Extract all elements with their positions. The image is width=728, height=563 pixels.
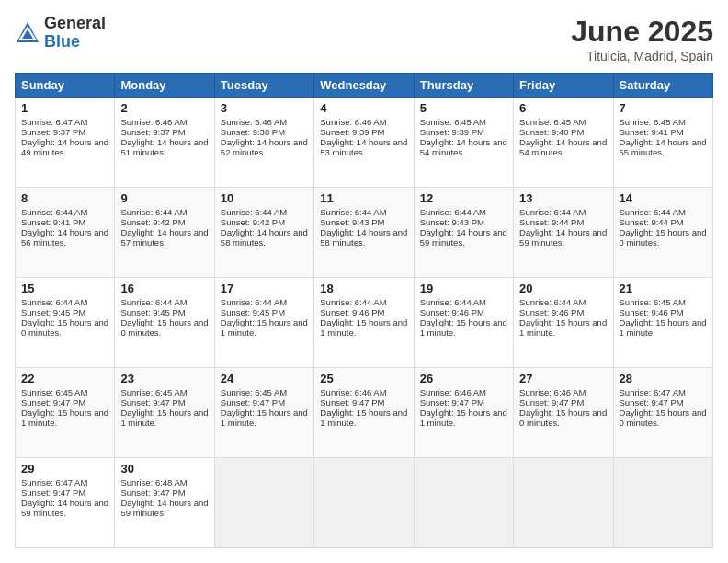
logo-general-text: General [44,15,106,33]
day-number: 12 [420,191,507,205]
logo-icon [15,20,40,46]
sunset-text: Sunset: 9:43 PM [320,217,407,227]
daylight-text: Daylight: 14 hours and 58 minutes. [320,227,407,247]
table-row: 29Sunrise: 6:47 AMSunset: 9:47 PMDayligh… [16,458,115,548]
daylight-text: Daylight: 14 hours and 56 minutes. [21,227,108,247]
table-row [414,458,513,548]
sunrise-text: Sunrise: 6:44 AM [21,207,108,217]
calendar-table: Sunday Monday Tuesday Wednesday Thursday… [15,73,713,548]
logo-text: General Blue [44,15,106,52]
day-number: 8 [21,191,108,205]
day-number: 22 [21,372,108,385]
daylight-text: Daylight: 15 hours and 1 minute. [519,317,607,338]
table-row: 30Sunrise: 6:48 AMSunset: 9:47 PMDayligh… [115,458,214,548]
sunrise-text: Sunrise: 6:46 AM [320,387,407,397]
day-number: 16 [120,282,208,295]
daylight-text: Daylight: 14 hours and 59 minutes. [21,498,108,518]
table-row: 1Sunrise: 6:47 AMSunset: 9:37 PMDaylight… [16,98,115,188]
sunset-text: Sunset: 9:42 PM [120,217,208,227]
sunset-text: Sunset: 9:47 PM [21,397,108,408]
sunset-text: Sunset: 9:37 PM [21,127,108,137]
sunrise-text: Sunrise: 6:46 AM [221,117,308,127]
sunset-text: Sunset: 9:46 PM [519,307,607,317]
sunset-text: Sunset: 9:45 PM [21,307,108,317]
sunrise-text: Sunrise: 6:44 AM [120,297,208,307]
table-row: 23Sunrise: 6:45 AMSunset: 9:47 PMDayligh… [115,368,214,458]
sunrise-text: Sunrise: 6:45 AM [21,387,108,397]
daylight-text: Daylight: 15 hours and 1 minute. [320,317,407,338]
table-row: 25Sunrise: 6:46 AMSunset: 9:47 PMDayligh… [314,368,414,458]
table-row: 10Sunrise: 6:44 AMSunset: 9:42 PMDayligh… [214,188,313,278]
daylight-text: Daylight: 14 hours and 59 minutes. [420,227,507,247]
daylight-text: Daylight: 15 hours and 0 minutes. [620,227,707,247]
day-number: 21 [620,282,707,295]
sunset-text: Sunset: 9:44 PM [519,217,607,227]
daylight-text: Daylight: 15 hours and 0 minutes. [21,317,108,338]
day-number: 7 [620,101,707,115]
daylight-text: Daylight: 15 hours and 1 minute. [320,408,407,428]
day-number: 1 [21,101,108,115]
table-row [214,458,313,548]
daylight-text: Daylight: 15 hours and 0 minutes. [120,317,208,338]
day-number: 2 [120,101,208,115]
sunrise-text: Sunrise: 6:44 AM [420,207,507,217]
table-row: 17Sunrise: 6:44 AMSunset: 9:45 PMDayligh… [214,278,313,368]
daylight-text: Daylight: 15 hours and 0 minutes. [620,408,707,428]
sunrise-text: Sunrise: 6:48 AM [120,477,208,488]
col-monday: Monday [115,74,214,98]
table-row [514,458,613,548]
sunrise-text: Sunrise: 6:45 AM [221,387,308,397]
sunrise-text: Sunrise: 6:46 AM [120,117,208,127]
daylight-text: Daylight: 15 hours and 1 minute. [420,408,507,428]
table-row: 12Sunrise: 6:44 AMSunset: 9:43 PMDayligh… [414,188,513,278]
daylight-text: Daylight: 14 hours and 54 minutes. [420,137,507,157]
sunset-text: Sunset: 9:41 PM [21,217,108,227]
header: General Blue June 2025 Titulcia, Madrid,… [15,15,713,63]
sunset-text: Sunset: 9:47 PM [221,397,308,408]
table-row: 22Sunrise: 6:45 AMSunset: 9:47 PMDayligh… [16,368,115,458]
sunset-text: Sunset: 9:42 PM [221,217,308,227]
sunset-text: Sunset: 9:47 PM [120,488,208,498]
day-number: 25 [320,372,407,385]
daylight-text: Daylight: 15 hours and 0 minutes. [519,408,607,428]
title-block: June 2025 Titulcia, Madrid, Spain [571,15,713,63]
table-row: 13Sunrise: 6:44 AMSunset: 9:44 PMDayligh… [514,188,613,278]
table-row: 16Sunrise: 6:44 AMSunset: 9:45 PMDayligh… [115,278,214,368]
table-row: 15Sunrise: 6:44 AMSunset: 9:45 PMDayligh… [16,278,115,368]
sunrise-text: Sunrise: 6:45 AM [120,387,208,397]
day-number: 28 [620,372,707,385]
daylight-text: Daylight: 15 hours and 1 minute. [221,408,308,428]
table-row [613,458,712,548]
table-row: 27Sunrise: 6:46 AMSunset: 9:47 PMDayligh… [514,368,613,458]
sunset-text: Sunset: 9:40 PM [519,127,607,137]
day-number: 4 [320,101,407,115]
table-row [314,458,414,548]
sunrise-text: Sunrise: 6:44 AM [21,297,108,307]
sunset-text: Sunset: 9:39 PM [320,127,407,137]
sunset-text: Sunset: 9:44 PM [620,217,707,227]
day-number: 18 [320,282,407,295]
daylight-text: Daylight: 14 hours and 53 minutes. [320,137,407,157]
day-number: 29 [21,462,108,476]
day-number: 24 [221,372,308,385]
sunrise-text: Sunrise: 6:45 AM [620,117,707,127]
table-row: 21Sunrise: 6:45 AMSunset: 9:46 PMDayligh… [613,278,712,368]
table-row: 11Sunrise: 6:44 AMSunset: 9:43 PMDayligh… [314,188,414,278]
day-number: 5 [420,101,507,115]
daylight-text: Daylight: 14 hours and 54 minutes. [519,137,607,157]
day-number: 6 [519,101,607,115]
sunrise-text: Sunrise: 6:44 AM [519,297,607,307]
sunset-text: Sunset: 9:41 PM [620,127,707,137]
sunrise-text: Sunrise: 6:44 AM [620,207,707,217]
sunset-text: Sunset: 9:39 PM [420,127,507,137]
day-number: 30 [120,462,208,476]
sunset-text: Sunset: 9:47 PM [21,488,108,498]
day-number: 13 [519,191,607,205]
day-number: 3 [221,101,308,115]
sunset-text: Sunset: 9:46 PM [420,307,507,317]
logo-blue-text: Blue [44,33,106,52]
daylight-text: Daylight: 14 hours and 55 minutes. [620,137,707,157]
subtitle: Titulcia, Madrid, Spain [571,49,713,63]
table-row: 26Sunrise: 6:46 AMSunset: 9:47 PMDayligh… [414,368,513,458]
daylight-text: Daylight: 14 hours and 52 minutes. [221,137,308,157]
